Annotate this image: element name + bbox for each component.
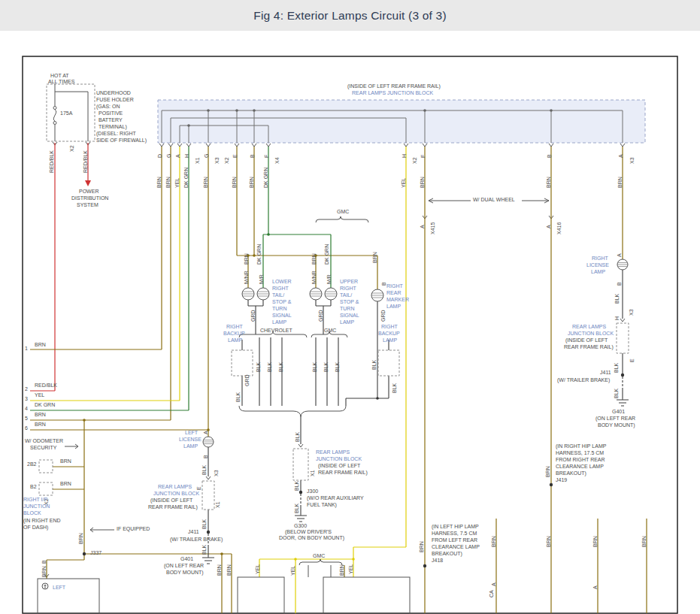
wire-color-label: BRN: [420, 177, 425, 188]
fuse-rating: 175A: [60, 110, 72, 116]
wire-color-label: BRN: [35, 412, 46, 417]
wire-color-label: BLK: [294, 504, 299, 513]
pin-label: A: [592, 585, 598, 589]
lamp-name: LAMP: [340, 319, 354, 325]
connector-label: X2: [69, 145, 74, 152]
lamp-name: RIGHT: [386, 283, 403, 289]
wire-color-label: DK GRN: [324, 244, 329, 265]
wire-color-label: BRN: [244, 253, 249, 265]
wire-color-label: BLK: [202, 519, 207, 529]
connector-label: X3: [214, 470, 219, 476]
connector-chevrons: [44, 142, 625, 577]
gmc-note: GMC: [337, 209, 349, 214]
pin-label: E: [232, 154, 238, 158]
connector-label: 2B2: [27, 461, 36, 467]
power-dist-arrowhead: [85, 180, 91, 186]
lamp-name: TURN: [272, 306, 286, 311]
lamp-name: STOP &: [340, 299, 359, 304]
wire-color-label: BRN: [419, 541, 424, 552]
junction-block-location: REAR FRAME RAIL): [318, 470, 368, 475]
lamp-name: STOP &: [272, 299, 291, 304]
junction-block-name: REAR LAMPS: [572, 324, 606, 329]
wire-color-label: BLK: [278, 362, 283, 372]
gmc-note: GMC: [324, 328, 336, 333]
junction-block-location: REAR FRAME RAIL): [564, 344, 614, 349]
pin-label: GRD: [380, 310, 386, 322]
row-number: 4: [25, 406, 28, 411]
wire-color-label: YEL: [290, 566, 295, 576]
wire-color-label: BLK: [294, 481, 299, 491]
hot-at-label: HOT AT: [50, 73, 69, 78]
wire-color-label: RED/BLK: [83, 150, 88, 173]
wire-color-label: BLK: [614, 294, 620, 304]
harness-note: (IN RIGHT HIP LAMP: [556, 443, 606, 449]
fuse-desc: FUSE HOLDER: [96, 97, 134, 102]
bulb-symbols: [203, 259, 628, 447]
lamp-name: TAIL/: [340, 292, 352, 298]
pin-label: H: [402, 154, 407, 158]
splice-label: J337: [90, 550, 102, 555]
wire-color-label: BLK: [614, 389, 619, 398]
harness-note: HARNESS, 7.5 CM: [432, 531, 477, 536]
connector-label: X3: [629, 309, 634, 316]
junction-block-location: (INSIDE OF LEFT: [318, 463, 360, 468]
lamp-name: SIGNAL: [340, 313, 359, 318]
pin-label: G: [204, 154, 209, 158]
splice-label: J300: [307, 488, 318, 494]
lamp-name: LAMP: [386, 304, 401, 309]
pin-label: M/R: [326, 274, 332, 284]
dual-wheel-note: W/ DUAL WHEEL: [473, 197, 515, 202]
wire-color-label: BLK: [267, 362, 272, 372]
wire-color-label: BRN: [339, 564, 344, 576]
wire-color-label: BLK: [235, 392, 241, 402]
wire-color-label: BLK: [614, 363, 619, 373]
harness-note: (IN LEFT HIP LAMP: [432, 524, 479, 529]
fuse-desc: (GAS: ON: [96, 104, 120, 109]
pin-label: A: [546, 225, 551, 228]
row-number: 1: [25, 346, 28, 351]
wire-color-label: BRN: [545, 466, 550, 477]
splice-label: J418: [432, 558, 443, 563]
junction-block-name: REAR LAMPS JUNCTION BLOCK: [352, 90, 433, 95]
lamp-name: RIGHT: [340, 286, 356, 291]
connector-label: X1: [195, 157, 200, 164]
fuse-desc: SIDE OF FIREWALL): [96, 138, 147, 143]
rear-lamps-junction-block-box: [158, 100, 645, 143]
ip-block-name: JUNCTION: [23, 504, 50, 509]
junction-block-name: REAR LAMPS: [316, 449, 350, 455]
connector-label: X1: [215, 501, 220, 508]
wire-color-label: BLK: [323, 362, 329, 372]
fuse-desc: BATTERY: [98, 117, 123, 122]
wire-color-label: BRN: [232, 177, 237, 188]
pin-label: B: [547, 154, 552, 158]
wire-color-label: YEL: [35, 392, 44, 398]
fuse-desc: TERMINAL): [98, 124, 127, 129]
chevrolet-note: CHEVROLET: [260, 328, 292, 333]
ground-location: (ON LEFT REAR: [164, 563, 204, 568]
lamp-name: REAR: [386, 290, 401, 295]
ground-label: G401: [180, 556, 193, 561]
pin-label: H: [184, 154, 189, 158]
row-number: 3: [25, 396, 28, 401]
lamp-name: RIGHT: [592, 256, 608, 261]
splice-label: J411: [600, 370, 611, 375]
ground-location: BODY MOUNT): [598, 422, 635, 428]
lamp-name: RIGHT: [272, 286, 289, 291]
ip-block-name: RIGHT I/P: [23, 497, 47, 502]
pin-label: M/NR: [244, 271, 249, 284]
wire-color-label: RED/BLK: [35, 383, 57, 388]
pin-label: A: [491, 582, 496, 586]
wiring-diagram-page: Fig 4: Exterior Lamps Circuit (3 of 3): [0, 0, 700, 614]
fuse-desc: POSITIVE: [98, 110, 123, 116]
pin-label: G: [166, 154, 171, 158]
junction-block-location: (INSIDE OF LEFT: [565, 337, 608, 343]
bottom-component-boxes: [38, 577, 410, 613]
ip-block-location: (IN RIGHT END: [23, 518, 61, 523]
connector-label: X3: [629, 157, 635, 164]
harness-note: FROM LEFT REAR: [432, 537, 477, 543]
wire-color-label: DK GRN: [35, 402, 55, 407]
wire-color-label: BRN: [372, 252, 377, 263]
pin-label: B: [41, 560, 47, 564]
wire-color-label: YEL: [174, 178, 180, 188]
connector-label: X2: [224, 157, 229, 164]
